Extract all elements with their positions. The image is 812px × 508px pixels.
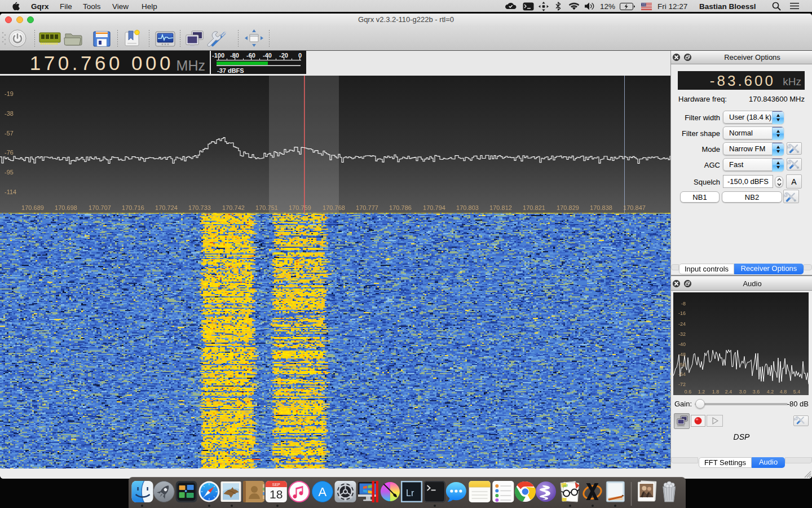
svg-text:18: 18 (270, 488, 283, 501)
svg-text:-37 dBFS: -37 dBFS (217, 67, 244, 74)
svg-text:pdf: pdf (563, 484, 568, 488)
svg-text:A: A (319, 485, 327, 499)
svg-text:SEP: SEP (272, 483, 280, 487)
svg-text:Lr: Lr (406, 488, 414, 498)
